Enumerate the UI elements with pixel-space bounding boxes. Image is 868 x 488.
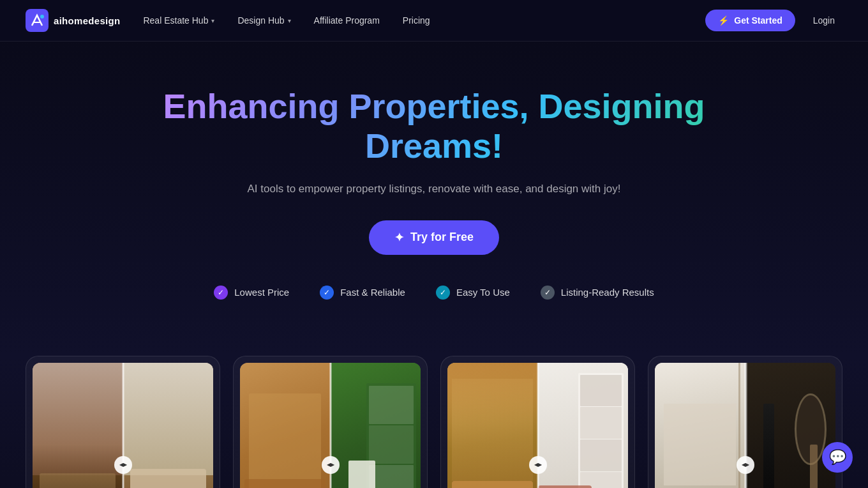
card-bg-photo-editing xyxy=(447,363,628,488)
get-started-button[interactable]: ⚡ Get Started xyxy=(705,10,795,31)
logo-icon xyxy=(26,9,49,32)
card-right-panel-id xyxy=(331,363,421,488)
badge-fast-reliable: ✓ Fast & Reliable xyxy=(320,286,405,300)
badge-listing-ready: ✓ Listing-Ready Results xyxy=(541,286,654,300)
check-icon-fast-reliable: ✓ xyxy=(320,286,334,300)
nav-item-pricing[interactable]: Pricing xyxy=(403,13,430,28)
feature-badges: ✓ Lowest Price ✓ Fast & Reliable ✓ Easy … xyxy=(26,286,842,300)
card-home-renovation[interactable]: Home Renovation › xyxy=(648,356,842,488)
card-virtual-staging[interactable]: Virtual Staging › xyxy=(26,356,220,488)
card-bg-interior-design xyxy=(240,363,421,488)
card-interior-design[interactable]: Interior Design › xyxy=(233,356,428,488)
navbar: aihomedesign Real Estate Hub ▾ Design Hu… xyxy=(0,0,868,42)
split-circle-hr xyxy=(737,456,754,474)
card-image-photo-editing xyxy=(447,363,628,488)
badge-lowest-price: ✓ Lowest Price xyxy=(214,286,289,300)
nav-label-real-estate: Real Estate Hub xyxy=(143,15,208,26)
login-button[interactable]: Login xyxy=(805,10,842,31)
card-left-panel-vs xyxy=(33,363,123,488)
card-left-panel-id xyxy=(240,363,331,488)
nav-item-affiliate[interactable]: Affiliate Program xyxy=(314,13,380,28)
try-free-button[interactable]: ✦ Try for Free xyxy=(369,220,499,255)
nav-label-pricing: Pricing xyxy=(403,15,430,26)
card-right-panel-vs xyxy=(123,363,214,488)
chat-bubble-button[interactable]: 💬 xyxy=(822,442,853,473)
cards-grid: Virtual Staging › xyxy=(26,356,842,488)
hero-subtitle: AI tools to empower property listings, r… xyxy=(26,181,842,197)
check-icon-listing-ready: ✓ xyxy=(541,286,555,300)
card-bg-home-renovation xyxy=(655,363,835,488)
navbar-left: aihomedesign Real Estate Hub ▾ Design Hu… xyxy=(26,9,430,32)
card-inner-interior-design: Interior Design › xyxy=(240,363,421,488)
check-icon-easy-to-use: ✓ xyxy=(436,286,450,300)
card-left-panel-pe xyxy=(447,363,538,488)
lightning-icon: ⚡ xyxy=(718,15,729,26)
svg-point-1 xyxy=(40,15,44,19)
nav-item-design-hub[interactable]: Design Hub ▾ xyxy=(237,13,290,28)
hero-section: Enhancing Properties, Designing Dreams! … xyxy=(0,42,868,356)
logo-text: aihomedesign xyxy=(54,15,120,26)
star-icon: ✦ xyxy=(394,231,404,245)
chat-icon: 💬 xyxy=(829,449,846,466)
card-image-home-renovation xyxy=(655,363,835,488)
check-icon-lowest-price: ✓ xyxy=(214,286,228,300)
svg-rect-0 xyxy=(26,9,49,32)
navbar-right: ⚡ Get Started Login xyxy=(705,10,842,31)
card-inner-home-renovation: Home Renovation › xyxy=(655,363,835,488)
card-left-panel-hr xyxy=(655,363,745,488)
nav-item-real-estate[interactable]: Real Estate Hub ▾ xyxy=(143,13,214,28)
hero-title: Enhancing Properties, Designing Dreams! xyxy=(147,86,721,165)
card-photo-editing[interactable]: Photo Editing › xyxy=(440,356,635,488)
card-inner-photo-editing: Photo Editing › xyxy=(447,363,628,488)
logo[interactable]: aihomedesign xyxy=(26,9,120,32)
card-right-panel-hr xyxy=(745,363,836,488)
card-image-interior-design xyxy=(240,363,421,488)
card-right-panel-pe xyxy=(538,363,629,488)
split-circle-vs xyxy=(114,456,132,474)
chevron-down-icon: ▾ xyxy=(211,17,214,24)
card-image-virtual-staging xyxy=(33,363,213,488)
nav-label-affiliate: Affiliate Program xyxy=(314,15,380,26)
card-inner-virtual-staging: Virtual Staging › xyxy=(33,363,213,488)
split-circle-pe xyxy=(529,456,547,474)
chevron-down-icon: ▾ xyxy=(288,17,291,24)
split-circle-id xyxy=(322,456,340,474)
cards-section: Virtual Staging › xyxy=(0,356,868,488)
badge-easy-to-use: ✓ Easy To Use xyxy=(436,286,510,300)
nav-label-design-hub: Design Hub xyxy=(237,15,284,26)
card-bg-virtual-staging xyxy=(33,363,213,488)
